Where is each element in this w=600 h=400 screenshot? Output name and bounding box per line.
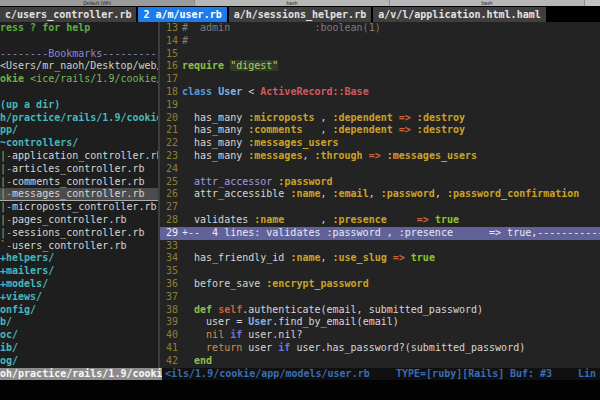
- code-token: self: [218, 304, 242, 315]
- code-token: =>: [399, 112, 411, 123]
- code-token: =>: [417, 214, 429, 225]
- tab-sessions-helper[interactable]: a/h/sessions_helper.rb: [229, 7, 371, 22]
- code-token: :name: [290, 188, 320, 199]
- line-content: [182, 240, 600, 253]
- code-token: # admin :boolean(1): [182, 22, 381, 33]
- code-token: :destroy: [417, 124, 465, 135]
- tree-item[interactable]: ress ? for help: [0, 22, 158, 35]
- nerdtree-pane[interactable]: ress ? for help--------Bookmarks--------…: [0, 22, 160, 368]
- code-line: 18class User < ActiveRecord::Base: [160, 86, 600, 99]
- code-token: User: [218, 86, 242, 97]
- code-token: +helpers/: [0, 252, 54, 263]
- tree-item[interactable]: ib/: [0, 342, 158, 355]
- tree-item[interactable]: |-comments_controller.rb: [0, 176, 158, 189]
- tree-item[interactable]: |-microposts_controller.rb: [0, 201, 158, 214]
- tree-item[interactable]: oc/: [0, 329, 158, 342]
- code-token: nil: [206, 329, 224, 340]
- tree-item[interactable]: +views/: [0, 291, 158, 304]
- code-token: |-: [0, 176, 12, 187]
- code-token: if: [278, 342, 290, 353]
- tree-item[interactable]: og/: [0, 355, 158, 368]
- tree-item[interactable]: +mailers/: [0, 265, 158, 278]
- tree-item[interactable]: +models/: [0, 278, 158, 291]
- code-line: 25 attr_accessor :password: [160, 176, 600, 189]
- tree-item[interactable]: +helpers/: [0, 252, 158, 265]
- vim-command-line[interactable]: [0, 380, 600, 400]
- nerdtree-statusline: oh/practice/rails/1.9/cookie: [0, 368, 162, 380]
- terminal-tab-default[interactable]: Default (Whi: [0, 0, 195, 6]
- line-number: 40: [160, 329, 182, 342]
- terminal-tab-bash-1[interactable]: bash: [195, 0, 390, 6]
- tree-item[interactable]: onfig/: [0, 304, 158, 317]
- tree-item-selected[interactable]: |-messages_controller.rb: [0, 188, 158, 201]
- line-number: 14: [160, 35, 182, 48]
- line-content: has_many :messages_users: [182, 137, 600, 150]
- terminal-tab-strip-filler: [585, 0, 600, 6]
- tree-item[interactable]: okie <ice/rails/1.9/cookie/: [0, 73, 158, 86]
- folded-code-line[interactable]: 29+-- 4 lines: validates :password , :pr…: [160, 227, 600, 240]
- code-token: |-: [0, 214, 12, 225]
- line-number: 25: [160, 176, 182, 189]
- tree-item[interactable]: h/practice/rails/1.9/cookie/: [0, 112, 158, 125]
- code-token: :through: [314, 150, 362, 161]
- code-token: has_friendly_id: [182, 252, 290, 263]
- terminal-tab-strip: Default (Whi bash bash: [0, 0, 600, 6]
- code-line: 26 attr_accessible :name, :email, :passw…: [160, 188, 600, 201]
- line-number: 28: [160, 214, 182, 227]
- tree-item[interactable]: |-pages_controller.rb: [0, 214, 158, 227]
- code-token: og/: [0, 355, 18, 366]
- tree-item[interactable]: b/: [0, 316, 158, 329]
- code-token: :messages_users: [387, 150, 477, 161]
- code-token: [182, 304, 194, 315]
- code-token: has_many: [182, 137, 248, 148]
- tab-user-model-active[interactable]: 2 a/m/user.rb: [138, 7, 226, 22]
- code-token: [182, 176, 194, 187]
- terminal-tab-bash-2[interactable]: bash: [390, 0, 585, 6]
- tree-item[interactable]: |-articles_controller.rb: [0, 163, 158, 176]
- code-token: application_controller.rb: [12, 150, 158, 161]
- code-token: <ice/rails/1.9/cookie/: [30, 73, 158, 84]
- code-token: :presence: [333, 214, 387, 225]
- code-token: :name: [254, 214, 284, 225]
- tree-item[interactable]: |-sessions_controller.rb: [0, 227, 158, 240]
- line-number: 23: [160, 150, 182, 163]
- code-line: 19: [160, 99, 600, 112]
- tree-item[interactable]: <Users/mr_naoh/Desktop/web/: [0, 60, 158, 73]
- tab-users-controller[interactable]: c/users_controller.rb: [0, 7, 136, 22]
- tree-item[interactable]: pp/: [0, 124, 158, 137]
- code-line: 36 before_save :encrypt_password: [160, 278, 600, 291]
- line-content: [182, 99, 600, 112]
- line-content: has_many :comments , :dependent => :dest…: [182, 124, 600, 137]
- line-number: 27: [160, 201, 182, 214]
- code-line: 35: [160, 265, 600, 278]
- line-content: #: [182, 35, 600, 48]
- line-number: 15: [160, 48, 182, 61]
- code-token: h/practice/rails/1.9/cookie/: [0, 112, 158, 123]
- line-number: 35: [160, 265, 182, 278]
- code-token: :dependent: [333, 124, 393, 135]
- tab-application-haml[interactable]: a/v/l/application.html.haml: [373, 7, 546, 22]
- code-token: :messages: [248, 150, 302, 161]
- line-content: def self.authenticate(email, submitted_p…: [182, 304, 600, 317]
- code-line: 16require "digest": [160, 60, 600, 73]
- code-token: :password: [381, 188, 435, 199]
- line-content: has_friendly_id :name, :use_slug => true: [182, 252, 600, 265]
- code-token: user.has_password?(submitted_password): [290, 342, 525, 353]
- line-content: attr_accessor :password: [182, 176, 600, 189]
- line-content: user = User.find_by_email(email): [182, 316, 600, 329]
- line-content: end: [182, 355, 600, 368]
- tree-item[interactable]: [0, 35, 158, 48]
- tree-item[interactable]: ~controllers/: [0, 137, 158, 150]
- tree-item[interactable]: --------Bookmarks----------: [0, 48, 158, 61]
- tree-item[interactable]: |-application_controller.rb: [0, 150, 158, 163]
- line-number: 19: [160, 99, 182, 112]
- code-token: ,: [320, 252, 332, 263]
- editor-pane[interactable]: 13# admin :boolean(1)14#1516require "dig…: [160, 22, 600, 368]
- tree-item[interactable]: [0, 86, 158, 99]
- code-line: 33: [160, 240, 600, 253]
- code-token: |-: [0, 188, 12, 199]
- code-token: has_many: [182, 112, 248, 123]
- code-token: :password_confirmation: [447, 188, 579, 199]
- tree-item[interactable]: (up a dir): [0, 99, 158, 112]
- tree-item[interactable]: `-users_controller.rb: [0, 240, 158, 253]
